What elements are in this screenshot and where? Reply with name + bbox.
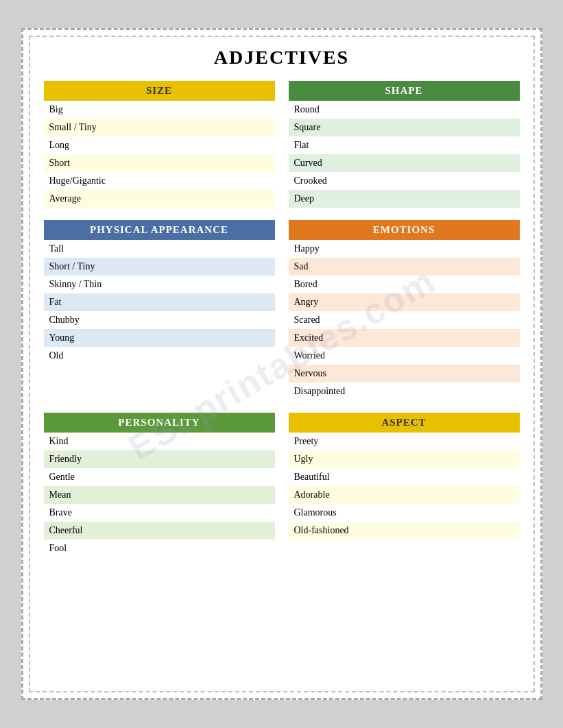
item-value — [182, 190, 275, 208]
list-item: Long — [44, 136, 275, 154]
item-label: Huge/Gigantic — [44, 172, 182, 190]
item-value — [427, 311, 520, 329]
item-label: Cheerful — [44, 522, 182, 539]
size-table-wrap: SIZE Big Small / Tiny Long Short Huge/Gi… — [44, 81, 275, 208]
list-item: Scared — [289, 311, 520, 329]
item-label: Square — [289, 119, 427, 136]
item-label: Beautiful — [289, 468, 427, 486]
list-item: Preety — [289, 433, 520, 450]
row-3: PERSONALITY Kind Friendly Gentle Mean Br… — [44, 413, 520, 557]
item-value — [427, 190, 520, 208]
list-item: Young — [44, 329, 275, 347]
item-value — [182, 258, 275, 276]
emotions-table: EMOTIONS Happy Sad Bored Angry Scared Ex… — [289, 220, 520, 400]
list-item: Crooked — [289, 172, 520, 190]
item-label: Worried — [289, 347, 427, 365]
item-value — [427, 276, 520, 293]
list-item: Chubby — [44, 311, 275, 329]
list-item: Bored — [289, 276, 520, 293]
list-item: Angry — [289, 293, 520, 311]
item-label: Bored — [289, 276, 427, 293]
list-item: Brave — [44, 504, 275, 522]
item-value — [182, 154, 275, 172]
list-item: Worried — [289, 347, 520, 365]
list-item: Old-fashioned — [289, 522, 520, 539]
personality-table: PERSONALITY Kind Friendly Gentle Mean Br… — [44, 413, 275, 557]
list-item: Kind — [44, 433, 275, 450]
item-value — [182, 539, 275, 557]
item-value — [182, 486, 275, 504]
list-item: Sad — [289, 258, 520, 276]
list-item: Mean — [44, 486, 275, 504]
item-label: Excited — [289, 329, 427, 347]
item-label: Round — [289, 101, 427, 119]
shape-table: SHAPE Round Square Flat Curved Crooked D… — [289, 81, 520, 208]
item-label: Fool — [44, 539, 182, 557]
item-label: Ugly — [289, 450, 427, 468]
list-item: Old — [44, 347, 275, 365]
item-value — [427, 365, 520, 383]
size-header: SIZE — [44, 81, 275, 101]
item-label: Curved — [289, 154, 427, 172]
physical-table: PHYSICAL APPEARANCE Tall Short / Tiny Sk… — [44, 220, 275, 365]
item-label: Glamorous — [289, 504, 427, 522]
item-value — [427, 433, 520, 450]
item-value — [182, 293, 275, 311]
item-value — [427, 293, 520, 311]
list-item: Gentle — [44, 468, 275, 486]
list-item: Nervous — [289, 365, 520, 383]
list-item: Beautiful — [289, 468, 520, 486]
item-value — [182, 522, 275, 539]
item-value — [427, 468, 520, 486]
item-value — [427, 258, 520, 276]
item-label: Small / Tiny — [44, 119, 182, 136]
list-item: Excited — [289, 329, 520, 347]
item-value — [427, 101, 520, 119]
item-label: Tall — [44, 240, 182, 258]
row-2: PHYSICAL APPEARANCE Tall Short / Tiny Sk… — [44, 220, 520, 400]
item-value — [427, 240, 520, 258]
item-label: Nervous — [289, 365, 427, 383]
personality-table-wrap: PERSONALITY Kind Friendly Gentle Mean Br… — [44, 413, 275, 557]
list-item: Short — [44, 154, 275, 172]
item-label: Deep — [289, 190, 427, 208]
item-label: Preety — [289, 433, 427, 450]
aspect-table-wrap: ASPECT Preety Ugly Beautiful Adorable Gl… — [289, 413, 520, 557]
aspect-header: ASPECT — [289, 413, 520, 433]
item-value — [182, 504, 275, 522]
list-item: Deep — [289, 190, 520, 208]
list-item: Average — [44, 190, 275, 208]
list-item: Glamorous — [289, 504, 520, 522]
item-label: Short / Tiny — [44, 258, 182, 276]
item-label: Friendly — [44, 450, 182, 468]
item-label: Kind — [44, 433, 182, 450]
page-title: ADJECTIVES — [44, 47, 520, 69]
item-label: Short — [44, 154, 182, 172]
list-item: Flat — [289, 136, 520, 154]
personality-header: PERSONALITY — [44, 413, 275, 433]
row-1: SIZE Big Small / Tiny Long Short Huge/Gi… — [44, 81, 520, 208]
item-label: Average — [44, 190, 182, 208]
item-value — [427, 522, 520, 539]
item-label: Fat — [44, 293, 182, 311]
item-label: Skinny / Thin — [44, 276, 182, 293]
item-value — [427, 136, 520, 154]
physical-table-wrap: PHYSICAL APPEARANCE Tall Short / Tiny Sk… — [44, 220, 275, 400]
list-item: Short / Tiny — [44, 258, 275, 276]
item-value — [182, 172, 275, 190]
item-value — [182, 347, 275, 365]
list-item: Square — [289, 119, 520, 136]
list-item: Skinny / Thin — [44, 276, 275, 293]
item-value — [427, 450, 520, 468]
physical-header: PHYSICAL APPEARANCE — [44, 220, 275, 240]
list-item: Ugly — [289, 450, 520, 468]
item-value — [427, 347, 520, 365]
item-label: Flat — [289, 136, 427, 154]
list-item: Fool — [44, 539, 275, 557]
size-table: SIZE Big Small / Tiny Long Short Huge/Gi… — [44, 81, 275, 208]
item-label: Adorable — [289, 486, 427, 504]
item-label: Old-fashioned — [289, 522, 427, 539]
item-value — [427, 383, 520, 400]
shape-table-wrap: SHAPE Round Square Flat Curved Crooked D… — [289, 81, 520, 208]
list-item: Round — [289, 101, 520, 119]
